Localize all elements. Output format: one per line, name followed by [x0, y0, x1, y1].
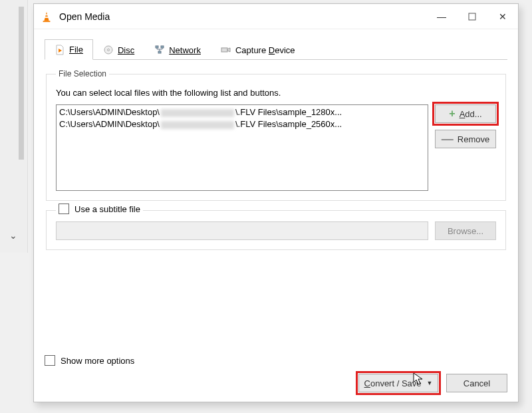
svg-rect-3: [43, 21, 51, 22]
plus-icon: +: [449, 108, 455, 119]
list-item[interactable]: C:\Users\ADMIN\Desktop\\.FLV Files\sampl…: [59, 118, 425, 130]
subtitle-group: Use a subtitle file Browse...: [46, 210, 506, 250]
svg-rect-1: [45, 14, 49, 15]
tab-bar: File Disc Network Capture Device: [45, 39, 507, 60]
file-icon: [55, 45, 65, 55]
open-media-dialog: Open Media — ✕ File Disc: [33, 3, 519, 402]
dropdown-arrow-icon: ▼: [427, 380, 433, 386]
tab-capture[interactable]: Capture Device: [211, 39, 305, 60]
add-button-label: Add...: [460, 109, 482, 119]
svg-rect-9: [158, 51, 161, 53]
svg-rect-10: [221, 48, 227, 52]
convert-save-button[interactable]: Convert / Save ▼: [358, 374, 438, 392]
file-selection-legend: File Selection: [56, 69, 109, 78]
file-selection-group: File Selection You can select local file…: [46, 69, 506, 201]
svg-point-6: [107, 49, 109, 51]
scrollbar-stub: [19, 7, 24, 160]
show-more-checkbox[interactable]: [45, 355, 55, 366]
chevron-down-icon: ⌄: [9, 230, 17, 241]
tab-network[interactable]: Network: [144, 39, 211, 60]
subtitle-path-input: [56, 221, 428, 240]
browse-button: Browse...: [435, 221, 496, 240]
disc-icon: [103, 45, 114, 55]
capture-icon: [221, 45, 231, 55]
tab-capture-label: Capture Device: [235, 45, 295, 55]
maximize-button[interactable]: [457, 4, 487, 29]
svg-rect-2: [45, 17, 49, 18]
remove-button-label: Remove: [458, 134, 489, 144]
list-item[interactable]: C:\Users\ADMIN\Desktop\\.FLV Files\sampl…: [59, 106, 425, 118]
close-button[interactable]: ✕: [487, 4, 518, 29]
file-list[interactable]: C:\Users\ADMIN\Desktop\\.FLV Files\sampl…: [56, 104, 428, 191]
svg-rect-4: [469, 13, 475, 20]
mouse-cursor-icon: [413, 372, 424, 386]
svg-rect-7: [156, 46, 158, 48]
svg-rect-8: [161, 46, 164, 48]
add-button[interactable]: + Add...: [435, 104, 496, 123]
subtitle-checkbox[interactable]: [59, 204, 69, 214]
svg-marker-0: [44, 11, 49, 21]
file-selection-hint: You can select local files with the foll…: [56, 88, 496, 98]
tab-disc[interactable]: Disc: [93, 39, 144, 60]
redacted-segment: [161, 109, 234, 117]
cancel-button[interactable]: Cancel: [446, 374, 507, 392]
subtitle-checkbox-label: Use a subtitle file: [74, 204, 140, 214]
redacted-segment: [161, 121, 234, 129]
cancel-label: Cancel: [464, 378, 490, 388]
titlebar: Open Media — ✕: [34, 4, 518, 29]
window-title: Open Media: [59, 11, 426, 22]
minimize-button[interactable]: —: [426, 4, 457, 29]
tab-file[interactable]: File: [45, 39, 93, 60]
network-icon: [154, 45, 165, 55]
background-sidebar: ⌄: [0, 0, 28, 253]
tab-disc-label: Disc: [118, 45, 134, 55]
browse-button-label: Browse...: [448, 226, 483, 236]
show-more-label: Show more options: [61, 356, 134, 366]
remove-button[interactable]: — Remove: [435, 130, 496, 148]
vlc-cone-icon: [41, 11, 53, 23]
tab-network-label: Network: [169, 45, 201, 55]
tab-file-label: File: [69, 45, 83, 55]
